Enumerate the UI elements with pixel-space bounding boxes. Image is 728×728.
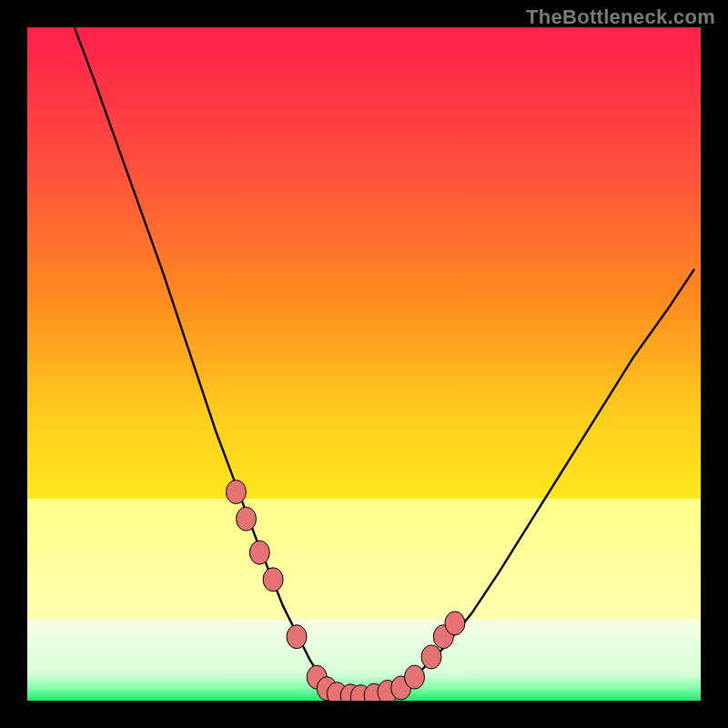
curve-marker: [405, 665, 425, 689]
curve-marker: [226, 480, 246, 504]
curve-marker: [249, 541, 269, 564]
curve-marker: [287, 625, 307, 649]
curve-marker: [421, 645, 441, 669]
plot-area: [27, 27, 701, 701]
gradient-background: [27, 27, 701, 701]
curve-marker: [237, 507, 257, 531]
curve-marker: [263, 568, 283, 592]
attribution-label: TheBottleneck.com: [526, 5, 715, 29]
bottleneck-chart: [27, 27, 701, 701]
curve-marker: [445, 612, 465, 635]
chart-frame: TheBottleneck.com: [0, 0, 728, 728]
